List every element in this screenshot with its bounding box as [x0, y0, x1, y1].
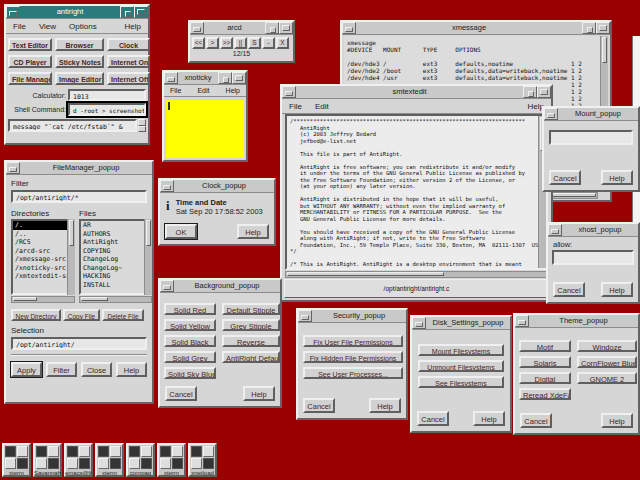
- background-option-button[interactable]: Solid Red: [164, 303, 216, 315]
- iconified-window[interactable]: Savannah: [33, 443, 62, 477]
- background-option-button[interactable]: Solid Sky Blue: [164, 367, 216, 379]
- apply-button[interactable]: Apply: [11, 362, 42, 377]
- directory-item[interactable]: /RCS: [13, 238, 73, 247]
- menu-file[interactable]: File: [168, 86, 183, 95]
- titlebar-mount-popup[interactable]: Mount_popup: [544, 108, 638, 121]
- launcher-button[interactable]: Sticky Notes: [55, 55, 104, 68]
- horizontal-scrollbar[interactable]: [79, 296, 152, 303]
- mount-input[interactable]: [549, 130, 633, 145]
- menu-help[interactable]: Help: [224, 86, 242, 95]
- cd-control-button[interactable]: >: [206, 37, 219, 49]
- message-command-input[interactable]: message "`cat /etc/fstab`" &: [8, 119, 137, 132]
- file-item[interactable]: COPYING: [81, 247, 150, 256]
- disk-action-button[interactable]: Mount Filesystems: [418, 344, 504, 356]
- titlebar-theme-popup[interactable]: Theme_popup: [515, 315, 638, 328]
- directory-item[interactable]: /xmessage-src: [13, 255, 73, 264]
- file-item[interactable]: AUTHORS: [81, 230, 150, 239]
- iconified-window[interactable]: compaq: [126, 443, 155, 477]
- directory-item[interactable]: /.: [13, 221, 73, 230]
- security-action-button[interactable]: Fix Hidden File Permissions: [303, 351, 403, 363]
- maximize-icon[interactable]: [232, 72, 246, 84]
- allow-input[interactable]: [552, 250, 634, 265]
- theme-option-button[interactable]: GNOME 2: [577, 372, 637, 384]
- titlebar-security-popup[interactable]: Security_popup: [298, 310, 406, 323]
- directory-item[interactable]: /xmtextedit-src: [13, 272, 73, 281]
- iconified-window[interactable]: xterm: [157, 443, 186, 477]
- sticky-note-text-area[interactable]: [166, 100, 244, 158]
- cancel-button[interactable]: Cancel: [165, 386, 197, 401]
- directory-item[interactable]: /..: [13, 230, 73, 239]
- copy-file-button[interactable]: Copy File: [63, 309, 100, 321]
- help-button[interactable]: Help: [473, 411, 505, 426]
- theme-option-button[interactable]: Solaris: [519, 356, 571, 368]
- close-button[interactable]: Close: [81, 362, 112, 377]
- filter-button[interactable]: Filter: [46, 362, 77, 377]
- minimize-icon[interactable]: [523, 86, 537, 98]
- titlebar-antiright[interactable]: antiright: [6, 6, 148, 19]
- cd-control-button[interactable]: >>: [220, 37, 233, 49]
- cd-control-button[interactable]: ||: [234, 37, 247, 49]
- titlebar-filemanager[interactable]: FileManager_popup: [6, 162, 152, 175]
- minimize-icon[interactable]: [265, 22, 279, 34]
- theme-option-button[interactable]: Reread XdeFaults: [519, 388, 571, 400]
- window-menu-icon[interactable]: [160, 280, 174, 292]
- theme-option-button[interactable]: CornFlower Blue: [577, 356, 637, 368]
- titlebar-background-popup[interactable]: Background_popup: [160, 280, 280, 293]
- launcher-button[interactable]: Browser: [55, 38, 104, 51]
- window-menu-icon[interactable]: [412, 317, 426, 329]
- background-option-button[interactable]: Default Stipple: [222, 303, 280, 315]
- iconified-window[interactable]: xnetload: [188, 443, 217, 477]
- iconified-window[interactable]: xterm: [2, 443, 31, 477]
- menu-file[interactable]: File: [287, 101, 304, 112]
- titlebar-clock-popup[interactable]: Clock_popup: [160, 180, 274, 193]
- vertical-scrollbar[interactable]: [67, 219, 75, 295]
- menu-view[interactable]: View: [37, 21, 58, 32]
- cancel-button[interactable]: Cancel: [553, 282, 585, 297]
- cd-control-button[interactable]: -: [262, 37, 275, 49]
- help-button[interactable]: Help: [237, 224, 269, 239]
- theme-option-button[interactable]: Windoze: [577, 340, 637, 352]
- file-item[interactable]: HACKING: [81, 272, 150, 281]
- window-menu-icon[interactable]: [515, 315, 529, 327]
- window-menu-icon[interactable]: [6, 162, 20, 174]
- cancel-button[interactable]: Cancel: [417, 411, 449, 426]
- horizontal-scrollbar[interactable]: [285, 271, 548, 278]
- cd-control-button[interactable]: <<: [192, 37, 205, 49]
- help-button[interactable]: Help: [601, 282, 633, 297]
- window-menu-icon[interactable]: [544, 108, 558, 120]
- menu-options[interactable]: Options: [67, 21, 99, 32]
- window-menu-icon[interactable]: [548, 224, 562, 236]
- filter-input[interactable]: /opt/antiright/*: [11, 190, 147, 203]
- titlebar-arcd[interactable]: arcd: [190, 22, 293, 35]
- launcher-button[interactable]: File Manager: [8, 72, 52, 85]
- titlebar-xmessage[interactable]: xmessage: [342, 22, 610, 35]
- launcher-button[interactable]: Image Editor: [55, 72, 104, 85]
- ok-button[interactable]: OK: [165, 224, 197, 239]
- cancel-button[interactable]: Cancel: [520, 413, 552, 428]
- menu-help[interactable]: Help: [123, 21, 143, 32]
- field-spinner[interactable]: [138, 119, 146, 132]
- launcher-button[interactable]: CD Player: [8, 55, 52, 68]
- minimize-icon[interactable]: [218, 72, 232, 84]
- launcher-button[interactable]: Internet Off: [107, 72, 150, 85]
- window-menu-icon[interactable]: [190, 22, 204, 34]
- menu-edit[interactable]: Edit: [313, 101, 331, 112]
- file-item[interactable]: AntiRight: [81, 238, 150, 247]
- background-option-button[interactable]: AntiRight Default: [222, 351, 280, 363]
- help-button[interactable]: Help: [601, 170, 633, 185]
- shell-command-input[interactable]: d -root > screenshot.xwd: [68, 103, 146, 116]
- security-action-button[interactable]: Fix User File Permissions: [303, 335, 403, 347]
- file-item[interactable]: ChangeLog~: [81, 264, 150, 273]
- delete-file-button[interactable]: Delete File: [102, 309, 144, 321]
- cd-control-button[interactable]: S: [248, 37, 261, 49]
- window-menu-icon[interactable]: [160, 180, 174, 192]
- directory-item[interactable]: /arcd-src: [13, 247, 73, 256]
- cancel-button[interactable]: Cancel: [303, 398, 335, 413]
- maximize-icon[interactable]: [537, 86, 551, 98]
- security-action-button[interactable]: See User Processes...: [303, 367, 403, 379]
- file-item[interactable]: AR: [81, 221, 150, 230]
- minimize-icon[interactable]: [582, 22, 596, 34]
- maximize-icon[interactable]: [134, 6, 148, 18]
- maximize-icon[interactable]: [279, 22, 293, 34]
- theme-option-button[interactable]: Digital: [519, 372, 571, 384]
